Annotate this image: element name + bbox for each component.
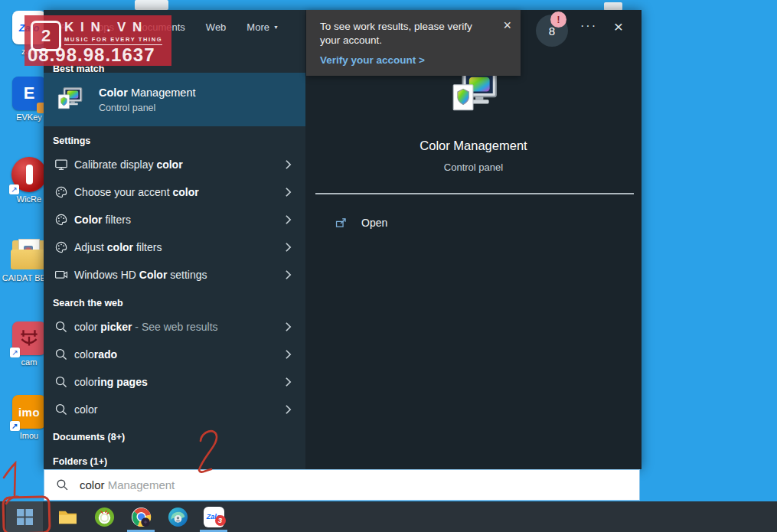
- taskbar-icon-zalo[interactable]: Zalo3: [198, 501, 229, 532]
- taskbar-icon-coccoc[interactable]: [89, 501, 119, 532]
- more-options-button[interactable]: ···: [577, 19, 600, 38]
- text-segment: Calibrate display: [74, 158, 156, 171]
- best-match-text: Color Management Control panel: [99, 86, 196, 113]
- web-suggestion[interactable]: color picker - See web results: [44, 313, 305, 341]
- palette-icon: [54, 185, 68, 200]
- verify-account-link[interactable]: Verify your account >: [320, 54, 425, 66]
- text-segment: color: [74, 403, 97, 416]
- text-segment: color: [156, 158, 182, 171]
- taskbar: Zalo3: [0, 501, 777, 532]
- taskbar-search-box[interactable]: color Management: [44, 469, 640, 501]
- web-suggestion[interactable]: color: [44, 396, 305, 423]
- close-flyout-button[interactable]: ×: [609, 17, 628, 37]
- open-action[interactable]: Open: [305, 207, 642, 238]
- text-segment: ing pages: [97, 376, 147, 388]
- text-segment: color: [172, 186, 198, 198]
- windows-desktop: ZalozaloEEVKey↗WicReCAIDAT BETA↗camimo↗I…: [0, 0, 777, 532]
- notification-badge: 3: [215, 515, 226, 526]
- account-alert-badge: !: [550, 11, 566, 28]
- start-button[interactable]: [6, 501, 43, 532]
- settings-header: Settings: [53, 135, 90, 146]
- search-results-panel: AllAppsDocumentsWebMore▼ Best match Colo…: [44, 10, 305, 469]
- chevron-right-icon: [285, 187, 292, 197]
- watermark-phone: 08.98.98.1637: [28, 44, 155, 66]
- color-management-icon: [56, 86, 83, 113]
- text-segment: color: [74, 321, 100, 333]
- settings-item-label: Windows HD Color settings: [74, 269, 207, 281]
- display-icon: [54, 158, 68, 172]
- result-group-list: Documents (8+)Folders (1+): [44, 425, 305, 474]
- chevron-right-icon: [285, 377, 292, 387]
- search-input-text: color Management: [80, 478, 175, 491]
- web-suggestion-label: color picker - See web results: [74, 321, 218, 333]
- settings-item[interactable]: Adjust color filters: [44, 233, 305, 261]
- taskbar-icon-edge[interactable]: [162, 501, 193, 532]
- web-suggestion-list: color picker - See web resultscoloradoco…: [44, 313, 305, 423]
- settings-item-label: Calibrate display color: [74, 158, 183, 171]
- web-suggestion[interactable]: coloring pages: [44, 368, 305, 396]
- text-segment: rado: [94, 348, 117, 361]
- taskbar-icon-explorer[interactable]: [52, 501, 83, 532]
- settings-item[interactable]: Windows HD Color settings: [44, 261, 305, 289]
- best-match-result[interactable]: Color Management Control panel: [44, 73, 305, 126]
- group-label: Folders (1+): [53, 456, 107, 467]
- text-segment: color: [74, 376, 97, 388]
- tab-label: More: [246, 21, 269, 33]
- search-the-web-header: Search the web: [53, 298, 123, 308]
- search-icon: [54, 348, 68, 362]
- settings-item[interactable]: Color filters: [44, 206, 305, 233]
- search-icon: [54, 320, 68, 335]
- tab-web[interactable]: Web: [206, 21, 227, 33]
- text-segment: color: [107, 241, 133, 253]
- settings-result-list: Calibrate display colorChoose your accen…: [44, 151, 305, 289]
- settings-item-label: Choose your accent color: [74, 186, 199, 198]
- chevron-right-icon: [285, 214, 292, 225]
- open-external-icon: [335, 217, 348, 230]
- open-label: Open: [361, 217, 387, 229]
- hd-display-icon: [54, 268, 68, 282]
- text-segment: picker: [100, 321, 132, 333]
- text-segment: filters: [103, 214, 131, 226]
- preview-title: Color Management: [305, 139, 642, 153]
- tab-label: Web: [206, 21, 227, 33]
- settings-item[interactable]: Choose your accent color: [44, 178, 305, 206]
- best-match-title: Color Management: [99, 86, 196, 99]
- chevron-right-icon: [285, 321, 292, 332]
- chevron-right-icon: [285, 404, 292, 415]
- toast-message: To see work results, please verify your …: [320, 20, 487, 47]
- text-segment: Adjust: [74, 241, 107, 253]
- palette-icon: [54, 213, 68, 227]
- group-header[interactable]: Documents (8+): [44, 425, 305, 449]
- search-icon: [54, 403, 68, 417]
- palette-icon: [54, 240, 68, 255]
- text-segment: Management: [128, 86, 196, 99]
- verify-account-toast: To see work results, please verify your …: [306, 10, 521, 76]
- settings-item-label: Color filters: [74, 214, 131, 226]
- settings-item-label: Adjust color filters: [74, 241, 162, 253]
- search-icon: [56, 478, 69, 491]
- toast-close-icon[interactable]: ×: [503, 18, 511, 34]
- chevron-right-icon: [285, 242, 292, 253]
- text-segment: Color: [74, 214, 103, 226]
- search-icon: [54, 375, 68, 390]
- chevron-right-icon: [285, 269, 292, 280]
- suggestion-completion: Management: [105, 478, 175, 491]
- taskbar-icon-chrome[interactable]: [126, 501, 156, 532]
- chevron-right-icon: [285, 349, 292, 360]
- text-segment: - See web results: [132, 321, 217, 333]
- kin-vn-watermark: 2 K I N . V N MUSIC FOR EVERY THING 08.9…: [24, 15, 171, 66]
- chevron-down-icon: ▼: [273, 24, 279, 30]
- text-segment: Windows HD: [74, 269, 139, 281]
- web-suggestion[interactable]: colorado: [44, 341, 305, 368]
- best-match-subtitle: Control panel: [99, 103, 196, 113]
- text-segment: filters: [133, 241, 162, 253]
- web-suggestion-label: coloring pages: [74, 376, 148, 388]
- tab-more[interactable]: More▼: [246, 21, 279, 33]
- web-suggestion-label: color: [74, 403, 97, 416]
- text-segment: colo: [74, 348, 94, 361]
- settings-item[interactable]: Calibrate display color: [44, 151, 305, 178]
- group-label: Documents (8+): [53, 432, 125, 442]
- text-segment: settings: [167, 269, 207, 281]
- web-suggestion-label: colorado: [74, 348, 117, 361]
- preview-panel: Color Management Control panel Open: [305, 10, 642, 469]
